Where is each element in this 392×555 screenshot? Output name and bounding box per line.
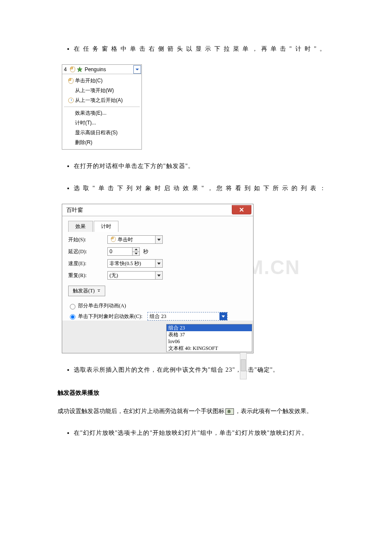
bullet-step-3: 选取"单击下列对象时启动效果"，您将看到如下所示的列表： [74,182,334,194]
menu-item-after-previous[interactable]: 从上一项之后开始(A) [62,95,141,105]
chevron-down-icon [219,312,227,320]
tab-effect[interactable]: 效果 [68,221,93,232]
list-scrollbar[interactable] [240,352,247,379]
menu-item-timing[interactable]: 计时(T)... [62,118,141,128]
tab-timing[interactable]: 计时 [94,221,118,232]
task-pane-dropdown-figure: 4 Penguins 单击开始(C) [62,64,142,150]
spin-down-icon [133,252,139,256]
menu-item-label: 单击开始(C) [75,77,103,84]
para-part-b: ，表示此项有一个触发效果。 [235,408,312,414]
speed-label: 速度(E): [68,260,107,267]
timing-dialog-figure: 百叶窗 效果 计时 开始(S): 单击时 [62,204,254,353]
menu-item-label: 效果选项(E)... [75,110,107,117]
mouse-click-icon [111,237,116,243]
dropdown-index: 4 [64,66,67,72]
trigger-object-dropdown-list[interactable]: 组合 23 表格 37 lov06 文本框 40: KINGSOFT [166,324,252,352]
menu-item-click-start[interactable]: 单击开始(C) [62,76,141,86]
trigger-object-combo[interactable]: 组合 23 [147,312,228,321]
bullet-step-2: 在打开的对话框中单击左下方的"触发器"。 [74,160,334,172]
radio-sequence[interactable] [70,304,75,309]
start-label: 开始(S): [68,236,107,243]
list-item[interactable]: 组合 23 [167,324,252,331]
svg-marker-6 [157,275,161,277]
list-item[interactable]: 表格 37 [167,331,252,338]
hand-cursor-icon [225,408,234,415]
repeat-value: (无) [110,272,118,279]
svg-marker-1 [135,69,139,70]
delay-spinner[interactable]: 0 [107,247,140,256]
menu-item-effect-options[interactable]: 效果选项(E)... [62,108,141,118]
svg-marker-9 [222,315,225,318]
mouse-click-icon [68,78,74,84]
para-trigger-result: 成功设置触发器功能后，在幻灯片上动画旁边就有一个手状图标，表示此项有一个触发效果… [58,405,334,418]
svg-marker-3 [135,249,138,250]
chevron-down-icon [155,260,162,267]
menu-separator [64,107,140,107]
dropdown-menu-body: 单击开始(C) 从上一项开始(W) 从上一项之后开始(A) 效果选项(E)... [62,74,141,149]
bullet-step-4: 选取表示所插入图片的文件，在此例中该文件为"组合 23"，单击"确定"。 [74,364,334,376]
speed-value: 非常快(0.5 秒) [110,260,141,267]
chevron-down-icon [155,236,162,243]
chevron-up-icon [97,288,101,294]
repeat-combo[interactable]: (无) [107,271,163,280]
para-part-a: 成功设置触发器功能后，在幻灯片上动画旁边就有一个手状图标 [58,408,225,414]
menu-item-label: 删除(R) [75,139,92,146]
svg-marker-7 [98,290,100,292]
dropdown-title: Penguins [84,66,133,72]
effect-star-icon [77,66,83,72]
trigger-toggle-button[interactable]: 触发器(T) [68,286,105,296]
svg-marker-2 [157,239,161,241]
section-heading: 触发器效果播放 [58,389,334,397]
delay-unit: 秒 [143,248,148,255]
svg-marker-0 [77,67,82,72]
svg-marker-5 [157,263,161,265]
repeat-label: 重复(R): [68,272,107,279]
radio-click-object-label: 单击下列对象时启动效果(C): [78,313,142,320]
list-item[interactable]: lov06 [167,338,252,345]
menu-item-label: 从上一项之后开始(A) [75,97,123,104]
chevron-down-icon [155,272,162,279]
bullet-step-1: 在任务窗格中单击右侧箭头以显示下拉菜单，再单击"计时"。 [74,43,334,55]
bullet-play: 在"幻灯片放映"选项卡上的"开始放映幻灯片"组中，单击"幻灯片放映"放映幻灯片。 [74,427,334,439]
menu-item-label: 从上一项开始(W) [75,87,114,94]
menu-item-label: 显示高级日程表(S) [75,129,118,136]
close-button[interactable] [232,205,251,214]
spin-up-icon [133,248,139,252]
trigger-object-value: 组合 23 [150,313,166,320]
delay-label: 延迟(D): [68,248,107,255]
dialog-titlebar: 百叶窗 [62,204,253,216]
dropdown-header: 4 Penguins [62,65,141,74]
svg-rect-8 [98,289,100,290]
delay-value: 0 [108,248,132,255]
svg-marker-4 [135,253,138,254]
mouse-click-icon [70,66,75,72]
start-combo[interactable]: 单击时 [107,235,163,244]
menu-item-label: 计时(T)... [75,119,96,127]
trigger-button-label: 触发器(T) [73,287,95,295]
start-value: 单击时 [118,236,133,243]
list-item[interactable]: 文本框 40: KINGSOFT [167,345,252,352]
menu-item-delete[interactable]: 删除(R) [62,138,141,147]
scrollbar-thumb[interactable] [241,359,246,371]
dropdown-arrow-button[interactable] [133,65,141,74]
dialog-title: 百叶窗 [66,206,232,214]
menu-item-show-timeline[interactable]: 显示高级日程表(S) [62,128,141,138]
radio-click-object[interactable] [70,314,75,320]
radio-sequence-label: 部分单击序列动画(A) [78,302,126,309]
clock-icon [68,98,74,103]
speed-combo[interactable]: 非常快(0.5 秒) [107,259,163,268]
menu-item-with-previous[interactable]: 从上一项开始(W) [62,86,141,95]
close-icon [239,208,244,212]
